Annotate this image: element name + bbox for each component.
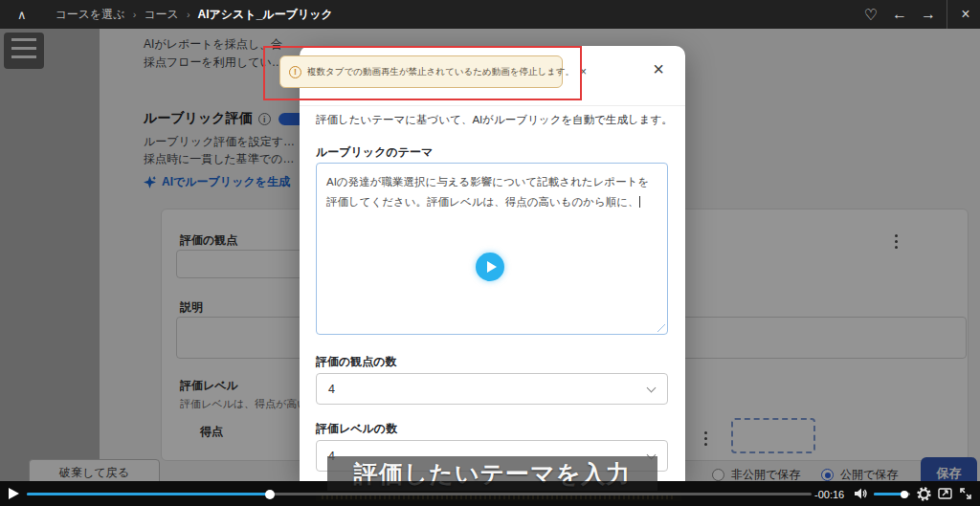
next-video-icon[interactable]: → — [914, 6, 943, 23]
toast-close-icon[interactable]: × — [580, 65, 587, 78]
modal-close-icon[interactable]: × — [653, 59, 664, 78]
speaker-icon[interactable] — [854, 487, 869, 500]
text-cursor — [639, 196, 640, 208]
viewpoint-count-value: 4 — [328, 383, 335, 396]
chevron-up-icon[interactable]: ∧ — [17, 8, 27, 22]
modal-header-divider — [300, 105, 685, 106]
volume-knob[interactable] — [901, 491, 908, 498]
viewpoint-count-select[interactable]: 4 — [316, 373, 668, 405]
breadcrumb-item-current: AIアシスト_ルーブリック — [198, 7, 333, 23]
progress-bar[interactable] — [27, 493, 812, 495]
fullscreen-icon[interactable] — [959, 487, 972, 500]
breadcrumb: コースを選ぶ › コース › AIアシスト_ルーブリック — [56, 7, 333, 23]
theme-textarea[interactable]: AIの発達が職業選択に与える影響について記載されたレポートを評価してください。評… — [316, 163, 668, 335]
divider — [947, 0, 947, 29]
volume-slider[interactable] — [874, 493, 910, 495]
favorite-heart-icon[interactable]: ♡ — [857, 6, 885, 24]
theme-label: ルーブリックのテーマ — [316, 144, 433, 161]
close-player-icon[interactable]: × — [951, 6, 980, 23]
time-remaining: -00:16 — [814, 489, 844, 500]
warning-icon: ! — [289, 66, 301, 78]
toast-message: 複数タブでの動画再生が禁止されているため動画を停止します。 — [307, 66, 574, 78]
previous-video-icon[interactable]: ← — [885, 6, 914, 23]
progress-played — [27, 493, 270, 495]
level-count-label: 評価レベルの数 — [316, 421, 397, 437]
chevron-down-icon — [647, 384, 657, 393]
warning-toast: ! 複数タブでの動画再生が禁止されているため動画を停止します。 × — [279, 55, 563, 88]
video-player-window: ∧ コースを選ぶ › コース › AIアシスト_ルーブリック ♡ ← → × A… — [0, 0, 980, 506]
resize-handle-icon[interactable] — [657, 324, 665, 332]
breadcrumb-item-courses[interactable]: コースを選ぶ — [56, 7, 125, 23]
player-control-bar: -00:16 — [0, 481, 980, 506]
progress-knob[interactable] — [265, 490, 275, 499]
breadcrumb-separator: › — [133, 9, 137, 20]
theme-textarea-value: AIの発達が職業選択に与える影響について記載されたレポートを評価してください。評… — [326, 176, 649, 208]
modal-intro-text: 評価したいテーマに基づいて、AIがルーブリックを自動で生成します。 — [316, 113, 673, 127]
breadcrumb-item-course[interactable]: コース — [144, 7, 179, 23]
viewpoint-count-label: 評価の観点の数 — [316, 354, 397, 370]
video-frame[interactable]: AIがレポートを採点し、合… 採点フローを利用してい… ルーブリック評価 i ル… — [0, 29, 980, 481]
player-top-bar: ∧ コースを選ぶ › コース › AIアシスト_ルーブリック ♡ ← → × — [0, 0, 980, 29]
gear-icon[interactable] — [917, 487, 931, 501]
big-play-button[interactable] — [476, 253, 504, 281]
pip-icon[interactable] — [938, 487, 952, 500]
play-icon[interactable] — [9, 488, 19, 499]
breadcrumb-separator: › — [187, 9, 190, 20]
volume-fill — [874, 493, 904, 495]
